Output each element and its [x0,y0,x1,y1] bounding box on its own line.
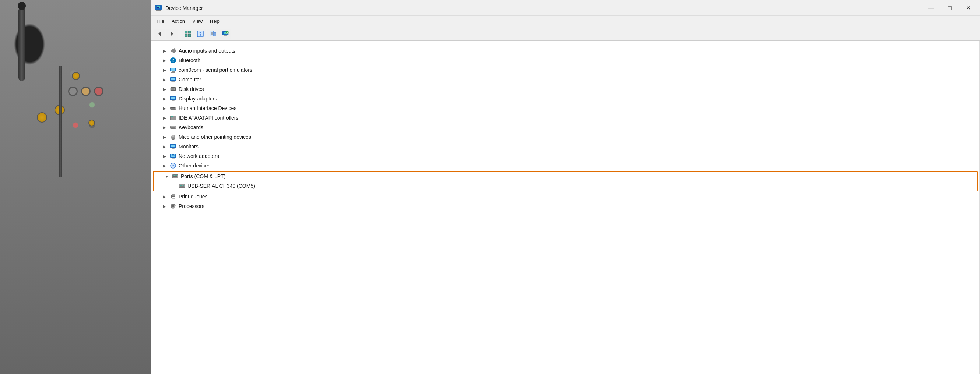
chevron-other: ▶ [162,163,167,169]
svg-rect-46 [171,108,172,108]
maximize-button[interactable]: □ [941,2,958,14]
back-button[interactable] [154,29,165,39]
tree-item-mice[interactable]: ▶ Mice and other pointing devices [151,132,979,142]
chevron-computer: ▶ [162,76,167,82]
chevron-disk: ▶ [162,86,167,92]
disk-icon [170,86,177,92]
svg-rect-83 [173,175,174,176]
bracket [59,66,62,177]
hid-label: Human Interface Devices [179,105,236,111]
audio-port [68,87,78,96]
svg-text:?: ? [199,31,202,37]
svg-rect-47 [172,108,173,108]
com0com-label: com0com - serial port emulators [179,67,252,73]
forward-button[interactable] [166,29,178,39]
svg-rect-24 [170,50,172,52]
svg-rect-35 [171,82,175,82]
menu-file[interactable]: File [153,17,168,25]
tree-item-keyboards[interactable]: ▶ Keyboards [151,123,979,132]
network-icon [170,153,177,159]
svg-rect-30 [172,71,175,72]
device-manager-window: Device Manager — □ ✕ File Action View He… [151,0,980,374]
monitors-icon [170,143,177,150]
svg-rect-1 [157,10,160,10]
window-controls: — □ ✕ [923,2,977,14]
svg-rect-91 [183,185,184,185]
svg-rect-56 [170,126,176,128]
svg-rect-71 [172,149,175,149]
svg-text:▲: ▲ [226,31,229,34]
menu-action[interactable]: Action [168,17,189,25]
svg-marker-25 [172,48,175,53]
svg-point-66 [172,138,174,139]
tree-item-other[interactable]: ▶ ? Other devices [151,161,979,170]
connector [72,72,80,80]
svg-rect-89 [180,185,181,185]
tree-item-computer[interactable]: ▶ Computer [151,75,979,84]
display-label: Display adapters [179,96,217,101]
svg-rect-8 [188,31,191,33]
svg-rect-61 [171,128,175,128]
audio-port [94,87,103,96]
toolbar-separator [180,30,180,38]
tree-item-display[interactable]: ▶ Display adapters [151,94,979,103]
svg-text:ᛒ: ᛒ [172,58,175,63]
audio-icon [170,48,177,54]
svg-rect-92 [180,186,184,187]
chevron-processors: ▶ [162,203,167,209]
main-content: ▶ Audio inputs and outputs ▶ ᛒ [151,41,980,374]
com0com-icon [170,67,177,73]
show-devices-button[interactable] [182,29,194,39]
svg-rect-96 [172,198,175,199]
svg-rect-60 [174,127,175,127]
svg-text:?: ? [172,164,175,168]
tree-item-processors[interactable]: ▶ Process [151,201,979,211]
tree-item-print[interactable]: ▶ Print queues [151,192,979,201]
chevron-hid: ▶ [162,105,167,111]
tree-item-audio[interactable]: ▶ Audio inputs and outputs [151,46,979,55]
tree-item-hid[interactable]: ▶ Human Interface Devices [151,103,979,113]
chevron-mice: ▶ [162,134,167,140]
svg-rect-75 [172,158,175,158]
tree-item-bluetooth[interactable]: ▶ ᛒ Bluetooth [151,55,979,65]
processors-icon [170,203,177,209]
menu-help[interactable]: Help [206,17,224,25]
svg-rect-85 [176,175,177,176]
device-tree: ▶ Audio inputs and outputs ▶ ᛒ [151,41,980,374]
mice-icon [170,134,177,140]
network-label: Network adapters [179,153,219,159]
tree-item-ide[interactable]: ▶ IDE ATA/ATAPI controllers [151,113,979,123]
other-label: Other devices [179,163,210,169]
svg-rect-86 [173,176,177,177]
processors-label: Processors [179,203,204,209]
svg-rect-41 [171,97,175,99]
bluetooth-icon: ᛒ [170,57,177,64]
svg-marker-5 [158,32,161,36]
tree-item-disk[interactable]: ▶ Disk drives [151,84,979,94]
tree-item-network[interactable]: ▶ Network adapters [151,151,979,161]
scroll-spacer [151,42,979,46]
monitors-label: Monitors [179,144,199,149]
chevron-bluetooth: ▶ [162,57,167,63]
chevron-keyboards: ▶ [162,124,167,130]
update-driver-button[interactable]: ▲ [220,29,231,39]
chevron-audio: ▶ [162,48,167,54]
svg-rect-20 [224,35,227,36]
close-button[interactable]: ✕ [960,2,977,14]
minimize-button[interactable]: — [923,2,940,14]
tree-item-usb-serial[interactable]: USB-SERIAL CH340 (COM5) [154,181,977,191]
svg-rect-99 [172,205,174,207]
svg-rect-50 [171,109,175,109]
other-icon: ? [170,162,177,169]
menu-view[interactable]: View [189,17,206,25]
chevron-ide: ▶ [162,115,167,121]
tree-item-ports[interactable]: ▼ Ports (COM & LPT) [154,171,977,181]
tree-item-monitors[interactable]: ▶ Monitors [151,142,979,151]
ide-icon [170,114,177,121]
properties-button[interactable] [207,29,219,39]
help-button[interactable]: ? [194,29,206,39]
ide-label: IDE ATA/ATAPI controllers [179,115,238,121]
hid-icon [170,105,177,111]
tree-item-com0com[interactable]: ▶ com0com - serial port emulators [151,65,979,75]
toolbar: ? ▲ [151,27,980,41]
